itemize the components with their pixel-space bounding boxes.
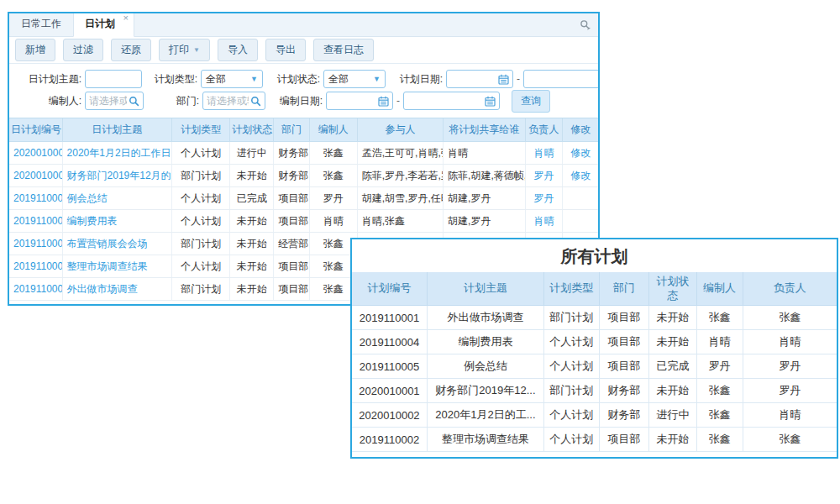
column-header: 计划编号: [352, 272, 427, 306]
cell-link[interactable]: 2019110004: [13, 215, 62, 227]
table-cell: 2019110003: [9, 233, 62, 255]
table-cell: 整理市场调查结果: [62, 255, 171, 278]
table-cell: 个人计划: [543, 428, 599, 452]
date-range-separator: -: [517, 73, 520, 85]
dept-input[interactable]: [207, 95, 249, 107]
table-cell: 罗丹: [696, 354, 743, 379]
cell-link[interactable]: 2019110003: [13, 238, 62, 249]
chevron-down-icon: ▼: [193, 46, 200, 54]
plan-date-from-field[interactable]: [446, 70, 513, 88]
subject-input[interactable]: [85, 70, 142, 88]
table-cell: 2020年1月2日的工...: [427, 403, 543, 428]
table-cell: [563, 187, 598, 210]
print-dropdown-button[interactable]: 打印▼: [159, 39, 210, 61]
cell-link[interactable]: 编制费用表: [67, 215, 118, 227]
table-cell: 进行中: [649, 403, 697, 428]
table-cell: 罗丹: [743, 379, 837, 403]
table-cell: 2019110001: [9, 278, 62, 301]
cell-link[interactable]: 例会总结: [67, 192, 108, 204]
cell-link[interactable]: 外出做市场调查: [67, 283, 138, 295]
search-button[interactable]: 查询: [512, 90, 550, 113]
table-cell: 部门计划: [171, 233, 229, 255]
plan-status-select[interactable]: 全部 ▼: [323, 70, 386, 88]
creator-field[interactable]: [85, 92, 144, 110]
column-header: 编制人: [309, 118, 357, 142]
table-cell: 肖晴: [444, 142, 525, 165]
table-cell: 已完成: [230, 187, 274, 210]
calendar-icon[interactable]: [498, 74, 509, 85]
cell-link[interactable]: 2019110005: [13, 192, 62, 204]
plan-status-value: 全部: [328, 72, 349, 87]
table-cell: 肖晴,张鑫: [357, 210, 443, 233]
table-cell: 2020010002: [9, 142, 62, 165]
table-cell: 个人计划: [543, 330, 599, 354]
restore-button[interactable]: 还原: [111, 39, 151, 61]
search-icon[interactable]: [250, 96, 261, 107]
cell-link[interactable]: 修改: [570, 170, 591, 181]
dept-field[interactable]: [202, 92, 265, 110]
table-cell: 2019110004: [352, 330, 427, 354]
filter-row-1: 日计划主题: 计划类型: 全部 ▼ 计划状态: 全部 ▼ 计划日期: -: [16, 68, 598, 90]
chevron-down-icon: ▼: [250, 75, 258, 83]
cell-link[interactable]: 罗丹: [533, 192, 554, 204]
table-row: 2020010001财务部门2019年12月的...部门计划未开始财务部张鑫陈菲…: [9, 165, 598, 187]
calendar-icon[interactable]: [485, 96, 496, 107]
quick-search-icon[interactable]: [580, 19, 591, 31]
column-header: 修改: [563, 118, 598, 142]
import-button[interactable]: 导入: [218, 39, 258, 61]
table-cell: 个人计划: [171, 142, 229, 165]
cell-link[interactable]: 财务部门2019年12月的...: [67, 170, 172, 181]
plan-date-to-input[interactable]: [528, 73, 600, 85]
cell-link[interactable]: 2020010002: [13, 147, 62, 159]
cell-link[interactable]: 修改: [570, 147, 591, 159]
cell-link[interactable]: 罗丹: [533, 170, 554, 181]
tab-daily-plan[interactable]: 日计划 ×: [73, 12, 134, 37]
cell-link[interactable]: 肖晴: [533, 147, 554, 159]
plan-date-to-field[interactable]: [523, 70, 600, 88]
table-cell: 编制费用表: [427, 330, 543, 354]
export-button[interactable]: 导出: [265, 39, 306, 61]
cell-link[interactable]: 2019110001: [13, 283, 62, 295]
creator-input[interactable]: [89, 95, 127, 107]
tab-daily-work[interactable]: 日常工作: [9, 12, 73, 36]
created-date-to-field[interactable]: [403, 92, 500, 110]
cell-link[interactable]: 肖晴: [533, 215, 554, 227]
plan-type-value: 全部: [206, 72, 226, 87]
table-cell: 未开始: [649, 428, 697, 452]
column-header: 日计划主题: [62, 118, 171, 142]
table-cell: 张鑫: [309, 165, 357, 187]
table-cell: 编制费用表: [62, 210, 171, 233]
table-cell: 肖晴: [309, 210, 357, 233]
all-plans-window: 所有计划 计划编号计划主题计划类型部门计划状态编制人负责人2019110001外…: [350, 238, 838, 459]
date-range-separator: -: [396, 95, 400, 107]
plan-date-from-input[interactable]: [450, 73, 496, 85]
calendar-icon[interactable]: [378, 96, 389, 107]
plan-status-label: 计划状态:: [271, 72, 320, 87]
view-log-button[interactable]: 查看日志: [313, 39, 374, 61]
plan-type-select[interactable]: 全部 ▼: [201, 70, 263, 88]
table-cell: 未开始: [649, 379, 697, 403]
created-date-from-input[interactable]: [330, 95, 376, 107]
table-cell: 项目部: [599, 330, 648, 354]
cell-link[interactable]: 2019110002: [13, 260, 62, 272]
table-cell: 项目部: [599, 306, 648, 330]
table-cell: 张鑫: [743, 306, 837, 330]
search-icon[interactable]: [129, 96, 139, 107]
table-cell: 项目部: [599, 354, 648, 379]
table-cell: 例会总结: [427, 354, 543, 379]
cell-link[interactable]: 布置营销展会会场: [67, 238, 148, 249]
table-cell: 罗丹: [743, 354, 837, 379]
close-icon[interactable]: ×: [123, 13, 129, 23]
table-cell: 肖晴: [525, 142, 563, 165]
cell-link[interactable]: 整理市场调查结果: [67, 260, 148, 272]
table-cell: 例会总结: [62, 187, 171, 210]
created-date-from-field[interactable]: [326, 92, 393, 110]
table-cell: 罗丹: [525, 165, 563, 187]
filter-button[interactable]: 过滤: [63, 39, 103, 61]
add-button[interactable]: 新增: [15, 39, 55, 61]
cell-link[interactable]: 2020年1月2日的工作日...: [67, 147, 172, 159]
created-date-to-input[interactable]: [407, 95, 483, 107]
cell-link[interactable]: 2020010001: [13, 170, 62, 181]
table-cell: 2020010001: [9, 165, 62, 187]
column-header: 负责人: [743, 272, 837, 306]
